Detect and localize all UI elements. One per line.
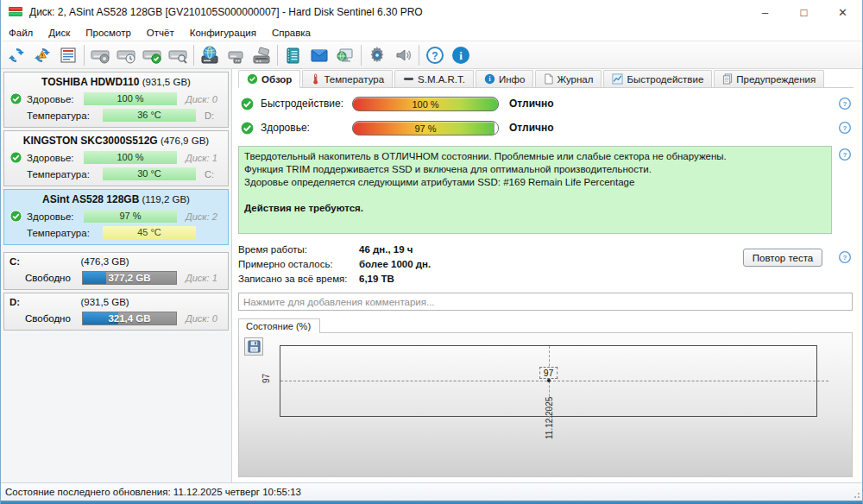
disk-dock-icon[interactable]	[249, 43, 274, 67]
chart-tab-state[interactable]: Состояние (%)	[238, 318, 320, 333]
minimize-button[interactable]: –	[746, 0, 784, 24]
refresh-icon[interactable]	[3, 43, 29, 67]
menu-disk[interactable]: Диск	[41, 26, 78, 40]
tab-log[interactable]: Журнал	[535, 70, 602, 87]
poweron-label: Время работы:	[238, 244, 359, 255]
health-row: Здоровье: 97 % Отлично ?	[238, 119, 854, 136]
disk-number: Диск: 1	[186, 153, 217, 163]
resize-grip[interactable]	[852, 490, 860, 499]
menu-file[interactable]: Файл	[1, 26, 41, 40]
comment-input[interactable]	[238, 293, 853, 311]
help-icon[interactable]: ?	[422, 43, 448, 67]
menu-bar: Файл Диск Просмотр Отчёт Конфигурация Сп…	[1, 24, 862, 41]
email-icon[interactable]	[306, 43, 332, 67]
disk-number: Диск: 1	[186, 273, 217, 283]
temp-label: Температура:	[27, 169, 101, 180]
menu-configuration[interactable]: Конфигурация	[182, 26, 264, 40]
main-pane: Обзор Температура S.M.A.R.T. i Инфо Журн…	[232, 69, 862, 482]
temp-label: Температура:	[27, 110, 101, 121]
disk-item-kingston[interactable]: KINGSTON SKC3000S512G (476,9 GB) Здоровь…	[3, 130, 229, 186]
retest-button[interactable]: Повтор теста	[743, 249, 822, 267]
menu-view[interactable]: Просмотр	[78, 26, 139, 40]
health-bar: 97 %	[84, 210, 177, 223]
disk-search-icon[interactable]	[165, 43, 191, 67]
performance-row: Быстродействие: 100 % Отлично ?	[238, 95, 854, 112]
disk-network-icon[interactable]	[197, 43, 223, 67]
disk-clock-icon[interactable]	[113, 43, 139, 67]
svg-text:i: i	[459, 49, 463, 62]
info-icon[interactable]: i	[448, 43, 474, 67]
x-axis-tick: 11.12.2025	[544, 397, 553, 439]
health-label: Здоровье:	[261, 122, 352, 134]
partition-letter: C:	[9, 256, 20, 267]
close-button[interactable]: ✕	[823, 0, 862, 24]
disk-detect-icon[interactable]	[87, 43, 113, 67]
tab-temperature[interactable]: Температура	[302, 70, 393, 87]
smart-icon	[403, 73, 414, 85]
free-space-bar: 321,4 GB	[82, 312, 177, 325]
disk-item-asint-selected[interactable]: ASint AS528 128GB (119,2 GB) Здоровье: 9…	[3, 189, 229, 245]
disk-usb-icon[interactable]	[223, 43, 249, 67]
toolbar-separator	[277, 45, 278, 66]
disk-number: Диск: 0	[186, 94, 217, 104]
menu-report[interactable]: Отчёт	[139, 26, 182, 40]
partition-item-c[interactable]: C: (476,3 GB) Свободно 377,2 GB Диск: 1	[3, 252, 229, 290]
network-status-icon[interactable]	[332, 43, 358, 67]
advice-text: Твердотельный накопитель в ОТЛИЧНОМ сост…	[238, 146, 832, 234]
floppy-save-icon	[248, 340, 261, 353]
report-icon[interactable]	[55, 43, 81, 67]
help-icon[interactable]: ?	[838, 97, 852, 114]
free-space-bar: 377,2 GB	[82, 271, 177, 285]
disk-ok-icon[interactable]	[139, 43, 165, 67]
ok-icon	[240, 121, 255, 135]
maximize-button[interactable]: □	[784, 0, 823, 24]
tab-info[interactable]: i Инфо	[476, 70, 533, 87]
drive-letter: C:	[205, 169, 214, 180]
menu-help[interactable]: Справка	[264, 26, 318, 40]
partition-size: (476,3 GB)	[20, 256, 190, 267]
partition-item-d[interactable]: D: (931,5 GB) Свободно 321,4 GB Диск: 0	[3, 293, 229, 331]
chart-plot-area: 97 97 11.12.2025	[280, 345, 817, 417]
advice-section: Твердотельный накопитель в ОТЛИЧНОМ сост…	[238, 146, 854, 234]
data-point	[547, 379, 551, 382]
toolbar: ? i	[1, 41, 862, 69]
toolbar-separator	[84, 45, 85, 66]
health-ok-icon	[9, 92, 23, 105]
partition-letter: D:	[9, 297, 20, 307]
disk-title: TOSHIBA HDWD110 (931,5 GB)	[8, 74, 224, 91]
notes-icon[interactable]	[280, 43, 306, 67]
status-bar: Состояние последнего обновления: 11.12.2…	[1, 482, 862, 501]
tab-smart[interactable]: S.M.A.R.T.	[394, 70, 474, 87]
settings-gear-icon[interactable]	[364, 43, 390, 67]
drive-letter: D:	[205, 110, 214, 121]
performance-label: Быстродействие:	[261, 98, 352, 110]
disk-list-sidebar: TOSHIBA HDWD110 (931,5 GB) Здоровье: 100…	[1, 69, 232, 482]
comment-section	[238, 293, 854, 311]
health-label: Здоровье:	[27, 211, 82, 222]
help-icon[interactable]: ?	[838, 121, 852, 138]
health-label: Здоровье:	[27, 153, 82, 163]
chart-icon	[612, 73, 623, 85]
health-ok-icon	[9, 151, 23, 164]
toolbar-separator	[419, 45, 419, 66]
tab-overview[interactable]: Обзор	[238, 70, 300, 87]
performance-rating: Отлично	[509, 98, 554, 110]
svg-text:?: ?	[843, 151, 847, 159]
disk-title: KINGSTON SKC3000S512G (476,9 GB)	[8, 133, 224, 149]
svg-text:i: i	[488, 75, 490, 83]
health-history-chart: Состояние (%) 97 97 11.12.2025	[238, 318, 854, 477]
help-icon[interactable]: ?	[838, 148, 852, 165]
tab-alerts[interactable]: Предупреждения	[714, 70, 824, 87]
remaining-value: более 1000 дн.	[359, 259, 431, 269]
disk-title: ASint AS528 128GB (119,2 GB)	[8, 192, 224, 208]
health-bar: 100 %	[84, 151, 177, 164]
temp-bar: 45 °C	[103, 226, 196, 239]
disk-item-toshiba[interactable]: TOSHIBA HDWD110 (931,5 GB) Здоровье: 100…	[3, 72, 229, 128]
tab-performance[interactable]: Быстродействие	[603, 70, 712, 87]
refresh-warning-icon[interactable]	[29, 43, 55, 67]
help-icon[interactable]: ?	[838, 250, 852, 268]
sounds-icon[interactable]	[390, 43, 416, 67]
app-logo-icon	[8, 6, 23, 18]
svg-text:?: ?	[843, 100, 847, 108]
save-chart-button[interactable]	[244, 337, 263, 356]
